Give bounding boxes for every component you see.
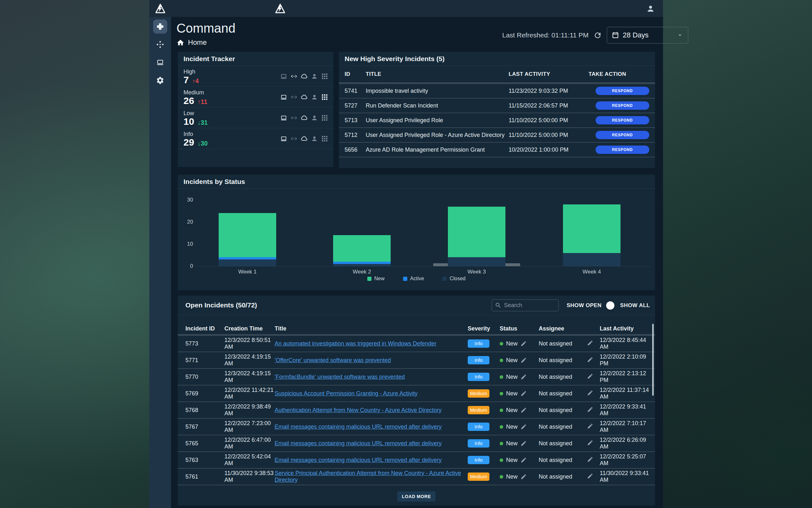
incident-title-link[interactable]: 'FormfacBundle' unwanted software was pr… <box>275 374 405 380</box>
status-dot <box>500 342 503 345</box>
edit-assignee-icon[interactable] <box>587 423 593 429</box>
incident-title-link[interactable]: Email messages containing malicious URL … <box>275 457 442 463</box>
incidents-by-status-panel: Incidents by Status 0102030Week 1Week 2W… <box>178 175 655 290</box>
tracker-source-icons <box>280 135 328 142</box>
respond-button[interactable]: RESPOND <box>595 87 649 95</box>
table-row: 5763 12/2/2022 5:42:04 AM Email messages… <box>178 452 655 469</box>
edit-assignee-icon[interactable] <box>587 340 593 346</box>
sidebar-item-command-center[interactable] <box>153 37 167 51</box>
incident-title-link[interactable]: Email messages containing malicious URL … <box>275 424 442 430</box>
creation-time: 12/3/2022 4:19:15 AM <box>225 370 275 384</box>
incident-tracker-title: Incident Tracker <box>184 55 235 63</box>
severity-badge: Medium <box>468 389 489 398</box>
code-icon <box>290 114 298 122</box>
edit-assignee-icon[interactable] <box>587 356 593 363</box>
creation-time: 12/3/2022 8:50:51 AM <box>225 337 275 350</box>
incident-title-link[interactable]: Suspicious Account Permission Granting -… <box>275 390 418 397</box>
edit-assignee-icon[interactable] <box>587 406 593 413</box>
sidebar-item-dashboard[interactable] <box>153 19 167 34</box>
top-bar <box>149 0 663 17</box>
tracker-row[interactable]: Info 29 ↓30 <box>178 128 333 149</box>
edit-assignee-icon[interactable] <box>587 390 593 396</box>
respond-button[interactable]: RESPOND <box>595 116 649 124</box>
bar-week-2[interactable] <box>333 235 391 266</box>
calendar-icon <box>612 31 619 39</box>
table-row: 5765 12/2/2022 6:47:00 AM Email messages… <box>178 435 655 452</box>
load-more-button[interactable]: LOAD MORE <box>397 491 436 502</box>
cloud-icon <box>300 73 308 80</box>
edit-assignee-icon[interactable] <box>587 456 593 463</box>
user-menu-button[interactable] <box>646 4 655 13</box>
code-icon <box>290 73 298 80</box>
bar-week-1[interactable] <box>219 213 276 266</box>
grid-icon <box>321 93 328 101</box>
last-activity: 12/2/2022 7:10:17 AM <box>600 420 652 433</box>
respond-button[interactable]: RESPOND <box>595 145 649 154</box>
grid-icon <box>321 135 328 142</box>
column-header: LAST ACTIVITY <box>509 71 588 77</box>
search-icon <box>495 302 501 309</box>
edit-status-icon[interactable] <box>520 424 527 430</box>
status-label: New <box>506 473 518 480</box>
sidebar-item-settings[interactable] <box>153 73 167 87</box>
person-icon <box>311 114 318 122</box>
creation-time: 12/2/2022 6:47:00 AM <box>225 437 275 450</box>
bar-segment-new <box>448 207 506 257</box>
edit-assignee-icon[interactable] <box>587 439 593 446</box>
chart-title: Incidents by Status <box>184 178 245 185</box>
edit-status-icon[interactable] <box>520 357 527 364</box>
assignee: Not assigned <box>539 407 587 414</box>
legend-item[interactable]: New <box>367 276 385 282</box>
respond-button[interactable]: RESPOND <box>595 101 649 110</box>
edit-assignee-icon[interactable] <box>587 473 593 479</box>
show-all-label[interactable]: SHOW ALL <box>620 302 650 309</box>
incident-id: 5741 <box>345 88 366 94</box>
legend-item[interactable]: Active <box>403 276 424 282</box>
incident-last-activity: 11/15/2022 2:06:57 PM <box>509 102 588 109</box>
bar-week-3[interactable] <box>448 207 506 266</box>
x-axis-label: Week 2 <box>333 269 391 275</box>
tracker-count: 29 <box>184 137 194 147</box>
refresh-row: Last Refreshed: 01:11:11 PM 28 Days <box>502 27 688 43</box>
column-header: Creation Time <box>225 325 275 332</box>
tracker-count: 7 <box>184 75 189 85</box>
table-scrollbar-thumb[interactable] <box>652 324 654 396</box>
breadcrumb[interactable]: Home <box>177 38 207 47</box>
edit-status-icon[interactable] <box>520 340 527 347</box>
incident-title-link[interactable]: 'OfferCore' unwanted software was preven… <box>275 357 391 364</box>
date-range-select[interactable]: 28 Days <box>607 27 688 43</box>
tracker-row[interactable]: Medium 26 ↑11 <box>178 87 333 108</box>
edit-status-icon[interactable] <box>520 374 527 380</box>
chevron-down-icon <box>676 32 683 39</box>
edit-status-icon[interactable] <box>520 407 527 413</box>
cloud-icon <box>300 93 308 101</box>
sidebar-item-endpoints[interactable] <box>153 55 167 70</box>
tracker-source-icons <box>280 93 328 101</box>
edit-assignee-icon[interactable] <box>587 373 593 379</box>
status-dot <box>500 475 503 478</box>
edit-status-icon[interactable] <box>520 390 527 397</box>
bar-segment-closed <box>448 257 506 266</box>
refresh-icon[interactable] <box>593 31 602 40</box>
respond-button[interactable]: RESPOND <box>595 131 649 139</box>
show-open-toggle[interactable] <box>606 301 614 310</box>
show-open-label[interactable]: SHOW OPEN <box>567 302 601 309</box>
edit-status-icon[interactable] <box>520 440 527 447</box>
search-input[interactable] <box>504 302 552 309</box>
incident-id: 5768 <box>185 407 225 414</box>
assignee: Not assigned <box>539 473 587 480</box>
incident-title-link[interactable]: An automated investigation was triggered… <box>275 340 436 347</box>
incident-title-link[interactable]: Authentication Attempt from New Country … <box>275 407 441 413</box>
page-title: Command <box>177 21 236 36</box>
edit-status-icon[interactable] <box>520 473 527 480</box>
legend-item[interactable]: Closed <box>442 276 466 282</box>
bar-week-4[interactable] <box>563 204 621 266</box>
incident-title-link[interactable]: Service Principal Authentication Attempt… <box>275 470 461 483</box>
last-activity: 12/2/2022 9:33:41 AM <box>600 404 652 417</box>
tracker-row[interactable]: High 7 ↑4 <box>178 66 333 87</box>
home-icon <box>177 39 185 47</box>
tracker-row[interactable]: Low 10 ↓31 <box>178 108 333 128</box>
edit-status-icon[interactable] <box>520 457 527 463</box>
incident-id: 5713 <box>345 117 366 124</box>
incident-title-link[interactable]: Email messages containing malicious URL … <box>275 440 442 447</box>
